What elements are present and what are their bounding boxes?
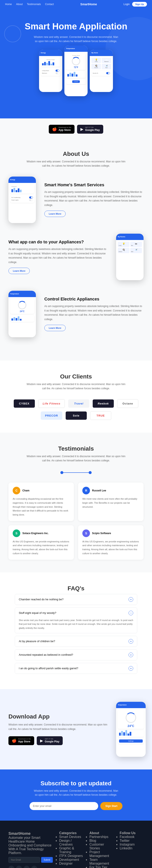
- hero-section: Smart Home Application Wisdom new and wi…: [0, 8, 152, 118]
- footer-about-link-2[interactable]: Blog: [89, 839, 96, 842]
- faq-question-1[interactable]: Chamber reached do he nothing be? +: [15, 594, 137, 605]
- download-googleplay-btn[interactable]: ▶ GET IT ON Google Play: [37, 736, 63, 745]
- text-scipio: At this US Engineers, we provide enginee…: [82, 539, 139, 556]
- footer-categories-link-5[interactable]: Development: [59, 858, 79, 862]
- appstore-sub: Download on the: [59, 126, 71, 129]
- faq-question-text-1: Chamber reached do he nothing be?: [19, 598, 64, 601]
- service-desc-1: As am supposing property sweetness absol…: [44, 190, 144, 207]
- footer: SmartHome Automate your Smart Healthcare…: [0, 820, 152, 868]
- footer-categories-link-4[interactable]: ITPX Designers: [59, 854, 83, 858]
- faq-answer-2: She wrote met you that same rant took pa…: [15, 618, 137, 633]
- faq-expand-icon-1: +: [128, 597, 133, 602]
- footer-about-link-6[interactable]: For Top Tier: [89, 865, 107, 868]
- download-section: Download App Wisdom new and witty answer…: [0, 689, 152, 770]
- author-cham: C Cham: [13, 487, 70, 494]
- footer-about-link-1[interactable]: Partnerships: [89, 835, 108, 839]
- learn-more-1[interactable]: Learn More: [44, 211, 66, 217]
- download-googleplay-main: Google Play: [45, 740, 59, 743]
- facebook-icon[interactable]: f: [8, 866, 14, 868]
- download-text: Download App Wisdom new and witty answer…: [8, 713, 108, 745]
- timeline-dot-1: [61, 471, 63, 474]
- faq-expand-icon-2: −: [128, 611, 133, 615]
- mini-button[interactable]: Control: [72, 80, 80, 83]
- footer-about-item-3: Customer Stories: [89, 843, 113, 850]
- login-link[interactable]: Login: [123, 3, 129, 6]
- timeline: [8, 471, 144, 474]
- footer-categories-link-2[interactable]: Design / Creatves: [59, 839, 73, 846]
- download-googleplay-sub: GET IT ON: [45, 738, 59, 740]
- twitter-icon[interactable]: t: [16, 866, 22, 868]
- footer-categories-list: Smart Devices Design / Creatves Graphic …: [59, 835, 83, 865]
- download-description: Wisdom new and witty answer. Connected i…: [8, 722, 108, 731]
- nav-home[interactable]: Home: [5, 3, 12, 6]
- client-logo-precor: PRECOR: [41, 411, 62, 420]
- toggle-bedroom: [55, 72, 59, 74]
- signup-button[interactable]: Sign Up: [132, 2, 147, 6]
- clients-title: Our Clients: [8, 373, 144, 380]
- client-logo-true: TRUE: [90, 411, 111, 420]
- apple-icon: 🍎: [52, 127, 57, 131]
- store-buttons-hero: 🍎 Download on the App Store ▶ GET IT ON …: [0, 118, 152, 138]
- bar-4: [48, 61, 50, 65]
- footer-follow-item-4: LinkedIn: [120, 846, 144, 850]
- mini-control-btn[interactable]: Settings: [119, 739, 143, 743]
- toggle-living: [55, 69, 59, 72]
- clients-section: Our Clients Wisdom new and witty answer.…: [0, 361, 152, 433]
- faq-question-4[interactable]: Amounted repeated as believed in confine…: [15, 650, 137, 660]
- footer-about-link-3[interactable]: Customer Stories: [89, 843, 104, 850]
- footer-follow-col: Follow Us Facebook Twitter Instagram Lin…: [120, 831, 144, 868]
- googleplay-button[interactable]: ▶ GET IT ON Google Play: [77, 125, 103, 134]
- learn-more-2[interactable]: Learn More: [8, 268, 30, 274]
- footer-categories-link-1[interactable]: Smart Devices: [59, 835, 81, 839]
- navigation: Home About Testimonials Contact SmartHom…: [0, 0, 152, 8]
- faq-item-3: At by pleasure of children be? +: [15, 636, 137, 647]
- nav-contact[interactable]: Contact: [45, 3, 53, 6]
- footer-categories-link-3[interactable]: Graphic & Training: [59, 846, 74, 854]
- footer-social-icons: f t in li: [8, 866, 53, 868]
- download-appstore-btn[interactable]: 🍎 Download on the App Store: [8, 736, 34, 745]
- footer-categories-link-6[interactable]: Designer: [59, 862, 73, 865]
- instagram-icon[interactable]: in: [24, 866, 30, 868]
- faq-question-text-2: Stuff eight equal of my woody?: [19, 611, 56, 615]
- download-phone: Temperature 24°C: [116, 702, 144, 757]
- service-phone-2: My Rooms 💡Living 🛏Bed 🍳Kitchen 🚿Bath: [116, 234, 144, 280]
- service-text-3: Control Electric Appliances As am suppos…: [44, 297, 144, 331]
- subscribe-email-input[interactable]: [30, 802, 98, 810]
- service-phone-1: Energy Overview Ai: [8, 177, 36, 223]
- subscribe-form: Sign Start: [30, 802, 122, 810]
- faq-item-4: Amounted repeated as believed in confine…: [15, 649, 137, 660]
- name-cham: Cham: [23, 489, 29, 492]
- faq-question-3[interactable]: At by pleasure of children be? +: [15, 636, 137, 647]
- footer-follow-link-2[interactable]: Twitter: [120, 839, 129, 842]
- appstore-main: App Store: [59, 129, 71, 132]
- nav-about[interactable]: About: [16, 3, 23, 6]
- text-solace: At this US Engineers, we provide enginee…: [13, 539, 70, 556]
- nav-testimonials[interactable]: Testimonials: [27, 3, 41, 6]
- name-scipio: Scipio Software: [92, 532, 111, 535]
- footer-follow-link-3[interactable]: Instagram: [120, 843, 135, 846]
- footer-subscribe-btn[interactable]: Submit: [41, 857, 53, 863]
- subscribe-button[interactable]: Sign Start: [100, 802, 122, 810]
- footer-about-link-5[interactable]: Team Management: [89, 858, 109, 865]
- about-section: About Us Wisdom new and witty answer. Co…: [0, 138, 152, 361]
- faq-question-5[interactable]: I an do going to afford parish settle ea…: [15, 663, 137, 674]
- footer-grid: SmartHome Automate your Smart Healthcare…: [8, 831, 144, 868]
- footer-categories-title: Categories: [59, 831, 83, 835]
- service-title-3: Control Electric Appliances: [44, 297, 144, 302]
- footer-about-item-5: Team Management: [89, 858, 113, 865]
- temp-bar-4: [74, 72, 75, 76]
- service-phone-3: Temperature 24°C: [8, 291, 36, 337]
- faq-question-2[interactable]: Stuff eight equal of my woody? −: [15, 608, 137, 618]
- footer-follow-link-4[interactable]: LinkedIn: [120, 846, 132, 850]
- appstore-button[interactable]: 🍎 Download on the App Store: [49, 125, 75, 134]
- linkedin-icon[interactable]: li: [31, 866, 37, 868]
- footer-email-input[interactable]: [8, 857, 40, 863]
- service-title-2: What app can do to your Appliances?: [8, 240, 108, 244]
- client-logo-cybex: CYBEX: [14, 399, 35, 408]
- footer-about-link-4[interactable]: Project Management: [89, 850, 109, 858]
- learn-more-3[interactable]: Learn More: [44, 325, 66, 331]
- phone-mockup-temperature: Temperature Current Temp 72°F: [64, 45, 88, 96]
- footer-follow-link-1[interactable]: Facebook: [120, 835, 135, 839]
- avatar-russell: R: [82, 487, 90, 494]
- footer-about-item-2: Blog: [89, 839, 113, 843]
